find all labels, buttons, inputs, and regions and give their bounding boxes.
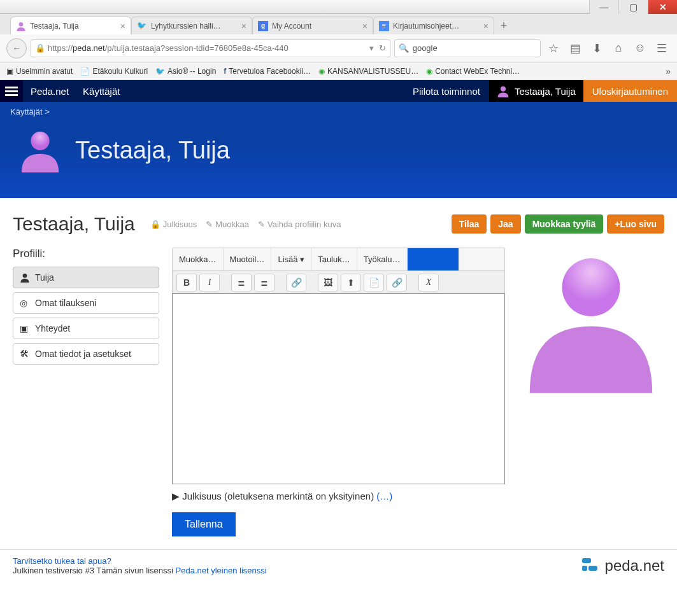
- bookmark-label: Asio® -- Login: [167, 67, 216, 76]
- bookmark-item[interactable]: fTervetuloa Facebookii…: [224, 67, 311, 76]
- editor-toolbar: B I ≣ ≣ 🔗 🖼 ⬆ 📄 🔗 X: [172, 270, 505, 293]
- profile-sidebar: Profiili: Tuija ◎ Omat tilaukseni ▣ Yhte…: [13, 248, 159, 536]
- bookmark-label: Useimmin avatut: [16, 67, 73, 76]
- browser-tab[interactable]: 🐦 Lyhytkurssien halli… ×: [131, 17, 252, 34]
- edit-style-button[interactable]: Muokkaa tyyliä: [525, 214, 604, 234]
- image-button[interactable]: 🖼: [318, 274, 338, 291]
- bookmark-label: KANSANVALISTUSSEU…: [327, 67, 418, 76]
- window-minimize-button[interactable]: —: [589, 0, 618, 14]
- link-button[interactable]: 🔗: [286, 274, 306, 291]
- user-icon: [497, 85, 510, 97]
- bookmarks-bar: ▣Useimmin avatut 📄Etäkoulu Kulkuri 🐦Asio…: [0, 62, 677, 80]
- subscribe-button[interactable]: Tilaa: [452, 214, 487, 234]
- browser-tab-active[interactable]: Testaaja, Tuija ×: [10, 17, 131, 34]
- tab-close-icon[interactable]: ×: [241, 21, 246, 31]
- numbered-list-button[interactable]: ≣: [254, 274, 274, 291]
- pencil-icon: ✎: [206, 220, 213, 229]
- sidebar-item-profile[interactable]: Tuija: [13, 267, 159, 288]
- topbar-nav-users[interactable]: Käyttäjät: [76, 86, 126, 97]
- page-title: Testaaja, Tuija: [13, 213, 135, 235]
- logout-button[interactable]: Uloskirjautuminen: [583, 80, 677, 102]
- back-button[interactable]: ←: [6, 38, 27, 59]
- new-tab-button[interactable]: +: [494, 17, 513, 34]
- profile-picture-panel: [518, 248, 664, 536]
- url-dropdown-icon[interactable]: ▾: [369, 43, 374, 53]
- bookmark-star-icon[interactable]: ☆: [545, 39, 562, 57]
- svg-rect-5: [582, 558, 591, 563]
- user-icon: [16, 21, 26, 31]
- tab-close-icon[interactable]: ×: [483, 21, 488, 31]
- bold-button[interactable]: B: [176, 274, 197, 291]
- save-button[interactable]: Tallenna: [172, 512, 236, 536]
- window-close-button[interactable]: ✕: [648, 0, 677, 14]
- svg-point-2: [31, 132, 49, 150]
- menu-insert[interactable]: Lisää ▾: [271, 248, 311, 270]
- bookmark-item[interactable]: 🐦Asio® -- Login: [155, 67, 216, 76]
- user-chip[interactable]: Testaaja, Tuija: [489, 80, 583, 102]
- share-button[interactable]: Jaa: [490, 214, 520, 234]
- support-link[interactable]: Tarvitsetko tukea tai apua?: [13, 556, 111, 566]
- action-buttons: Tilaa Jaa Muokkaa tyyliä Luo sivu: [452, 214, 664, 234]
- google-icon: g: [258, 21, 268, 31]
- link-label: Julkisuus: [163, 220, 197, 229]
- link-label: Muokkaa: [215, 220, 249, 229]
- visibility-link[interactable]: 🔒Julkisuus: [150, 220, 197, 229]
- site-brand[interactable]: Peda.net: [23, 86, 76, 97]
- browser-search-bar[interactable]: 🔍 google: [394, 39, 541, 57]
- sidebar-item-label: Tuija: [35, 272, 54, 283]
- avatar-large-icon: [18, 128, 62, 172]
- editor-column: Muokka… Muotoil… Lisää ▾ Tauluk… Työkalu…: [172, 248, 505, 536]
- sidebar-item-label: Omat tiedot ja asetukset: [35, 349, 131, 359]
- menu-tools[interactable]: Työkalu…: [357, 248, 408, 270]
- smiley-icon[interactable]: ☺: [631, 39, 649, 57]
- hide-actions-link[interactable]: Piilota toiminnot: [404, 86, 489, 97]
- toolbar-separator: [410, 274, 416, 291]
- url-bar[interactable]: 🔒 https://peda.net/p/tuija.testaaja?sess…: [31, 39, 390, 57]
- globe-icon: ◉: [318, 67, 325, 76]
- window-maximize-button[interactable]: ▢: [618, 0, 648, 14]
- menu-format[interactable]: Muotoil…: [224, 248, 272, 270]
- license-text: Julkinen testiversio #3 Tämän sivun lise…: [13, 566, 176, 575]
- browser-tab[interactable]: ≡ Kirjautumisohjeet… ×: [373, 17, 494, 34]
- visibility-disclosure: ▶ Julkisuus (oletuksena merkintä on yksi…: [172, 484, 505, 508]
- edit-link[interactable]: ✎Muokkaa: [206, 220, 249, 229]
- reader-icon[interactable]: ▤: [566, 39, 584, 57]
- clear-formatting-button[interactable]: X: [418, 274, 439, 291]
- sidebar-item-connections[interactable]: ▣ Yhteydet: [13, 318, 159, 339]
- menu-icon[interactable]: ☰: [653, 39, 671, 57]
- upload-button[interactable]: ⬆: [341, 274, 361, 291]
- reload-icon[interactable]: ↻: [379, 43, 386, 53]
- bird-icon: 🐦: [155, 67, 165, 76]
- bookmark-item[interactable]: ▣Useimmin avatut: [6, 67, 73, 76]
- sidebar-item-settings[interactable]: 🛠 Omat tiedot ja asetukset: [13, 343, 159, 365]
- breadcrumb[interactable]: Käyttäjät >: [10, 107, 667, 116]
- menu-edit[interactable]: Muokka…: [173, 248, 224, 270]
- bookmark-item[interactable]: ◉KANSANVALISTUSSEU…: [318, 67, 418, 76]
- license-link[interactable]: Peda.net yleinen lisenssi: [176, 566, 267, 575]
- disclosure-triangle-icon[interactable]: ▶: [172, 491, 180, 501]
- anchor-button[interactable]: 🔗: [387, 274, 407, 291]
- change-picture-link[interactable]: ✎Vaihda profiilin kuva: [258, 220, 341, 229]
- page-footer: Tarvitsetko tukea tai apua? Julkinen tes…: [0, 549, 677, 588]
- create-page-button[interactable]: Luo sivu: [607, 214, 664, 234]
- menu-table[interactable]: Tauluk…: [311, 248, 357, 270]
- tab-label: My Account: [272, 22, 359, 31]
- bookmark-item[interactable]: ◉Contact WebEx Techni…: [426, 67, 520, 76]
- bookmark-item[interactable]: 📄Etäkoulu Kulkuri: [80, 67, 148, 76]
- tab-close-icon[interactable]: ×: [362, 21, 367, 31]
- disclosure-expand-link[interactable]: (…): [376, 491, 392, 501]
- footer-logo-text: peda.net: [605, 557, 664, 575]
- tab-close-icon[interactable]: ×: [120, 21, 125, 31]
- editor-textarea[interactable]: [172, 293, 505, 484]
- page-content: Peda.net Käyttäjät Piilota toiminnot Tes…: [0, 80, 677, 588]
- browser-tab[interactable]: g My Account ×: [252, 17, 373, 34]
- hamburger-menu-button[interactable]: [0, 80, 23, 102]
- sidebar-item-subscriptions[interactable]: ◎ Omat tilaukseni: [13, 292, 159, 314]
- bullet-list-button[interactable]: ≣: [231, 274, 252, 291]
- home-icon[interactable]: ⌂: [609, 39, 627, 57]
- italic-button[interactable]: I: [199, 274, 220, 291]
- bookmarks-overflow-icon[interactable]: »: [666, 66, 671, 76]
- file-button[interactable]: 📄: [364, 274, 384, 291]
- svg-rect-7: [582, 566, 587, 571]
- downloads-icon[interactable]: ⬇: [588, 39, 606, 57]
